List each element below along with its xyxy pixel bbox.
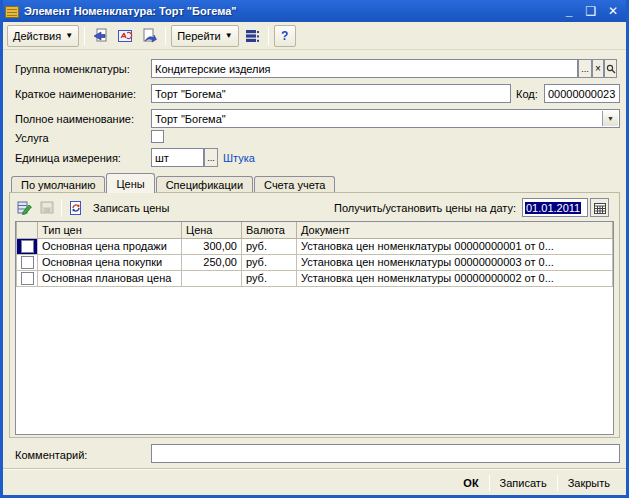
tab-prices[interactable]: Цены [106, 173, 154, 193]
toolbar-separator [165, 27, 166, 45]
code-input[interactable]: 00000000023 [544, 84, 620, 103]
structure-icon[interactable] [241, 25, 263, 47]
svg-text:ОК: ОК [44, 208, 51, 213]
save-ok-icon-disabled: ОК [36, 197, 58, 219]
refresh-icon[interactable] [65, 197, 87, 219]
short-name-input[interactable]: Торт "Богема" [151, 84, 511, 103]
price-cell[interactable] [182, 270, 242, 286]
toolbar-separator [268, 27, 269, 45]
group-ellipsis-button[interactable]: ... [578, 59, 592, 78]
code-label: Код: [516, 88, 538, 100]
row-checkbox[interactable] [17, 254, 38, 270]
tab-specifications[interactable]: Спецификации [156, 176, 253, 193]
table-row[interactable]: Основная плановая цена руб. Установка це… [17, 270, 613, 286]
help-label: ? [281, 29, 288, 43]
tab-bar: По умолчанию Цены Спецификации Счета уче… [11, 173, 336, 193]
copy-icon[interactable] [138, 25, 160, 47]
tab-accounts[interactable]: Счета учета [254, 176, 335, 193]
date-value: 01.01.2011 [525, 202, 581, 214]
price-type-cell[interactable]: Основная цена продажи [38, 238, 182, 254]
date-control: Получить/установить цены на дату: 01.01.… [334, 198, 609, 217]
main-toolbar: Действия ▼ Перейти ▼ ? [3, 22, 626, 50]
column-header-price[interactable]: Цена [182, 222, 242, 238]
table-row[interactable]: Основная цена продажи 300,00 руб. Устано… [17, 238, 613, 254]
toolbar-separator [61, 199, 62, 217]
service-checkbox[interactable] [151, 130, 164, 143]
go-menu-label: Перейти [177, 30, 221, 42]
prices-panel: ОК Записать цены Получить/установить цен… [9, 192, 620, 438]
unit-ellipsis-button[interactable]: ... [204, 148, 218, 167]
price-cell[interactable]: 300,00 [182, 238, 242, 254]
prices-table-container: Тип цен Цена Валюта Документ Основная це… [15, 221, 614, 435]
titlebar[interactable]: Элемент Номенклатура: Торт "Богема" _ ❑ … [0, 0, 629, 22]
chevron-down-icon[interactable]: ▼ [602, 111, 618, 126]
actions-menu-button[interactable]: Действия ▼ [7, 25, 79, 47]
column-header-type[interactable]: Тип цен [38, 222, 182, 238]
window-title: Элемент Номенклатура: Торт "Богема" [24, 5, 562, 17]
refresh-values-icon[interactable] [114, 25, 136, 47]
price-type-cell[interactable]: Основная цена покупки [38, 254, 182, 270]
maximize-button[interactable]: ❑ [584, 4, 598, 18]
catalog-item-icon [5, 5, 19, 18]
element-window: Элемент Номенклатура: Торт "Богема" _ ❑ … [0, 0, 629, 498]
currency-cell[interactable]: руб. [242, 238, 297, 254]
close-button[interactable]: ✕ [606, 4, 620, 18]
document-cell[interactable]: Установка цен номенклатуры 00000000001 о… [297, 238, 613, 254]
price-cell[interactable]: 250,00 [182, 254, 242, 270]
full-name-label: Полное наименование: [15, 113, 134, 125]
column-header-document[interactable]: Документ [297, 222, 613, 238]
actions-menu-label: Действия [13, 30, 61, 42]
date-input[interactable]: 01.01.2011 [522, 198, 588, 217]
table-row[interactable]: Основная цена покупки 250,00 руб. Устано… [17, 254, 613, 270]
comment-label: Комментарий: [15, 449, 87, 461]
group-input[interactable]: Кондитерские изделия [151, 59, 578, 78]
go-menu-button[interactable]: Перейти ▼ [171, 25, 239, 47]
full-name-combo[interactable]: Торт "Богема" ▼ [151, 109, 620, 128]
full-name-value: Торт "Богема" [155, 113, 226, 125]
checkbox-column-header [17, 222, 38, 238]
minimize-button[interactable]: _ [562, 4, 576, 18]
currency-cell[interactable]: руб. [242, 254, 297, 270]
price-type-cell[interactable]: Основная плановая цена [38, 270, 182, 286]
document-cell[interactable]: Установка цен номенклатуры 00000000003 о… [297, 254, 613, 270]
save-button[interactable]: Записать [490, 474, 557, 492]
prices-toolbar: ОК Записать цены Получить/установить цен… [14, 196, 615, 220]
chevron-down-icon: ▼ [65, 31, 73, 40]
calendar-icon[interactable] [590, 198, 609, 217]
edit-prices-icon[interactable] [14, 197, 36, 219]
row-checkbox[interactable] [17, 270, 38, 286]
short-name-label: Краткое наименование: [15, 88, 136, 100]
table-header-row: Тип цен Цена Валюта Документ [17, 222, 613, 238]
help-icon[interactable]: ? [274, 25, 296, 47]
column-header-currency[interactable]: Валюта [242, 222, 297, 238]
ok-button[interactable]: ОК [453, 474, 488, 492]
toolbar-separator [84, 27, 85, 45]
group-search-icon[interactable] [604, 59, 617, 78]
group-label: Группа номенклатуры: [15, 63, 130, 75]
comment-input[interactable] [151, 444, 620, 463]
unit-link[interactable]: Штука [223, 152, 255, 164]
reread-icon[interactable] [90, 25, 112, 47]
write-prices-label[interactable]: Записать цены [93, 202, 169, 214]
close-window-button[interactable]: Закрыть [558, 474, 620, 492]
unit-label: Единица измерения: [15, 152, 121, 164]
prices-table: Тип цен Цена Валюта Документ Основная це… [16, 222, 613, 287]
tab-default[interactable]: По умолчанию [11, 176, 105, 193]
currency-cell[interactable]: руб. [242, 270, 297, 286]
group-clear-button[interactable]: × [592, 59, 604, 78]
chevron-down-icon: ▼ [225, 31, 233, 40]
document-cell[interactable]: Установка цен номенклатуры 00000000002 о… [297, 270, 613, 286]
footer-button-bar: ОК Записать Закрыть [3, 470, 626, 495]
row-checkbox-selected[interactable] [17, 238, 38, 254]
get-set-prices-date-label: Получить/установить цены на дату: [334, 202, 516, 214]
service-label: Услуга [15, 132, 49, 144]
unit-input[interactable]: шт [151, 148, 204, 167]
